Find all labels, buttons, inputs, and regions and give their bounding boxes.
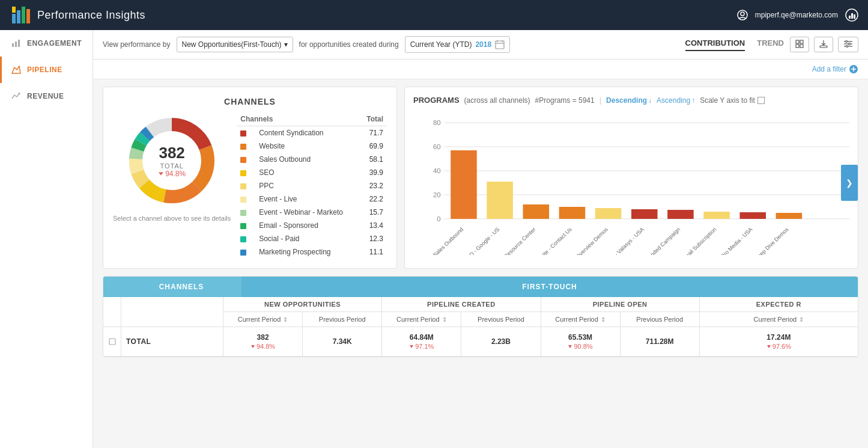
channel-color-cell: [237, 192, 255, 206]
svg-rect-16: [496, 41, 504, 49]
toolbar-icons: [790, 37, 858, 52]
bar-website-deepdive[interactable]: [776, 213, 803, 219]
descending-sort-btn[interactable]: Descending ↓: [606, 96, 652, 105]
channel-name-cell: Social - Paid: [255, 232, 359, 245]
svg-rect-4: [12, 7, 16, 13]
expected-r-current-value: 17.24M 97.6%: [700, 327, 858, 356]
bar-cs-valasys[interactable]: [631, 209, 658, 219]
user-icon: [737, 10, 748, 20]
sidebar-item-pipeline[interactable]: PIPELINE: [0, 57, 93, 83]
scale-label: Scale Y axis to fit: [700, 96, 755, 105]
expected-r-change-value: 97.6%: [766, 343, 791, 350]
scale-y-axis-option[interactable]: Scale Y axis to fit: [700, 96, 765, 105]
channels-panel: CHANNELS: [103, 87, 397, 269]
export-button[interactable]: [814, 37, 833, 52]
bar-seo-google[interactable]: [487, 182, 513, 219]
channel-value-cell: 12.3: [360, 232, 387, 245]
bar-website-email[interactable]: [703, 212, 730, 219]
filter-settings-button[interactable]: [838, 37, 858, 52]
sort-icon-new-opp-current[interactable]: ⇕: [283, 316, 288, 323]
scale-checkbox[interactable]: [757, 97, 765, 104]
svg-rect-21: [800, 40, 803, 43]
pipeline-icon: [11, 65, 21, 75]
channel-row[interactable]: Event - Live 22.2: [237, 192, 387, 206]
bottom-table: CHANNELS FIRST-TOUCH NEW OPPORTUNITIES C…: [103, 276, 858, 357]
sort-icon-pipeline-open[interactable]: ⇕: [601, 316, 605, 323]
channels-table-wrap: Channels Total Content Syndication 71.7 …: [237, 112, 387, 259]
add-filter-link[interactable]: Add a filter: [812, 64, 858, 74]
pipeline-open-prev-header: Previous Period: [621, 312, 699, 327]
channel-select-hint: Select a channel above to see its detail…: [113, 215, 231, 222]
svg-text:Sales Outbound: Sales Outbound: [432, 226, 464, 255]
new-opp-prev-header: Previous Period: [303, 312, 381, 327]
performance-metric-value: New Opportunities(First-Touch): [182, 40, 282, 49]
channel-row[interactable]: Marketing Prospecting 11.1: [237, 245, 387, 259]
svg-rect-0: [12, 14, 16, 23]
sort-icon-expected-r[interactable]: ⇕: [799, 316, 804, 323]
total-col-header: Total: [360, 112, 387, 126]
bar-ppc-google[interactable]: [667, 210, 694, 219]
row-checkbox-total[interactable]: [103, 327, 121, 356]
bar-website-resource[interactable]: [523, 204, 550, 219]
pipeline-created-title: PIPELINE CREATED: [382, 297, 540, 312]
channel-row[interactable]: SEO 39.9: [237, 166, 387, 179]
channel-value-cell: 69.9: [360, 140, 387, 153]
bar-website-4min[interactable]: [595, 208, 622, 219]
svg-rect-12: [15, 41, 17, 47]
channel-row[interactable]: Content Syndication 71.7: [237, 126, 387, 140]
bar-sales-outbound[interactable]: [451, 150, 477, 219]
pipeline-open-cols: Current Period ⇕ Previous Period: [541, 312, 699, 327]
settings-icon: [843, 40, 853, 48]
ascending-sort-btn[interactable]: Ascending ↑: [657, 96, 695, 105]
svg-text:0: 0: [437, 215, 440, 222]
svg-point-30: [846, 46, 848, 48]
grid-view-button[interactable]: [790, 37, 809, 52]
channel-row[interactable]: Social - Paid 12.3: [237, 232, 387, 245]
programs-title: PROGRAMS: [413, 96, 460, 105]
app-title: Performance Insights: [37, 9, 145, 22]
new-opp-group: NEW OPPORTUNITIES Current Period ⇕ Previ…: [223, 297, 382, 327]
sidebar-item-engagement[interactable]: ENGAGEMENT: [0, 30, 93, 57]
channels-spacer: [121, 297, 223, 327]
svg-marker-70: [767, 345, 771, 348]
svg-text:80: 80: [433, 119, 441, 126]
ascending-label: Ascending: [657, 96, 690, 105]
date-range-selector[interactable]: Current Year (YTD) 2018: [405, 36, 510, 53]
channel-row[interactable]: Email - Sponsored 13.4: [237, 219, 387, 232]
toolbar: View performance by New Opportunities(Fi…: [93, 30, 868, 60]
view-performance-label: View performance by: [103, 40, 171, 49]
sidebar-item-revenue-label: REVENUE: [27, 92, 64, 100]
pipeline-open-prev-value: 711.28M: [621, 327, 699, 356]
insights-icon[interactable]: [845, 8, 858, 22]
add-filter-icon: [849, 64, 858, 74]
tab-contribution[interactable]: CONTRIBUTION: [685, 38, 745, 51]
expected-r-cols: Current Period ⇕: [700, 312, 858, 327]
performance-metric-dropdown[interactable]: New Opportunities(First-Touch) ▾: [177, 37, 293, 52]
header-right: mpiperf.qe@marketo.com: [737, 8, 858, 22]
channel-name-cell: Sales Outbound: [255, 153, 359, 166]
pipeline-open-change-value: 90.8%: [568, 343, 592, 350]
bar-cs-techpro[interactable]: [739, 212, 766, 219]
channel-row[interactable]: Event - Webinar - Marketo 15.7: [237, 206, 387, 219]
sort-icon-pipeline-created[interactable]: ⇕: [442, 316, 447, 323]
next-page-button[interactable]: ❯: [841, 165, 858, 201]
filter-bar[interactable]: Add a filter: [93, 60, 868, 79]
tab-trend[interactable]: TREND: [757, 38, 784, 51]
channel-row[interactable]: PPC 23.2: [237, 179, 387, 192]
content-area: CHANNELS: [93, 79, 868, 448]
date-year-value: 2018: [475, 40, 491, 49]
channel-row[interactable]: Sales Outbound 58.1: [237, 153, 387, 166]
channel-color-cell: [237, 140, 255, 153]
new-opp-current-header: Current Period ⇕: [223, 312, 303, 327]
bar-website-contact[interactable]: [559, 207, 586, 219]
for-opportunities-label: for opportunities created during: [299, 40, 399, 49]
pipeline-open-group: PIPELINE OPEN Current Period ⇕ Previous …: [541, 297, 700, 327]
sidebar-item-revenue[interactable]: REVENUE: [0, 83, 93, 109]
channel-color-cell: [237, 219, 255, 232]
svg-rect-24: [820, 46, 827, 48]
checkbox-icon: [109, 338, 116, 345]
down-arrow-icon: [158, 171, 164, 177]
svg-rect-23: [800, 44, 803, 48]
channel-row[interactable]: Website 69.9: [237, 140, 387, 153]
donut-chart: 382 TOTAL 94.8%: [124, 112, 220, 209]
